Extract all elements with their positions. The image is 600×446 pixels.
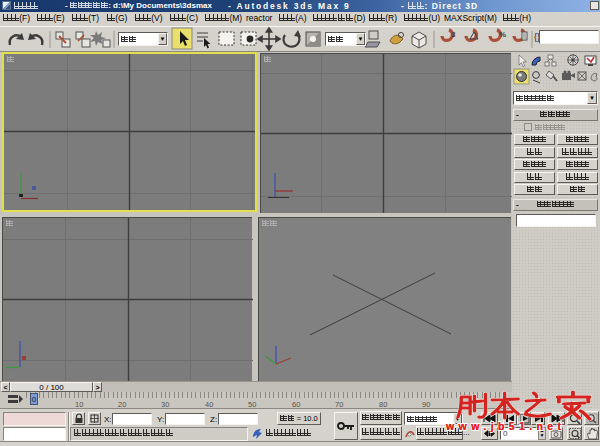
svg-text:3: 3 [451, 30, 456, 39]
svg-text:%: % [499, 30, 506, 39]
